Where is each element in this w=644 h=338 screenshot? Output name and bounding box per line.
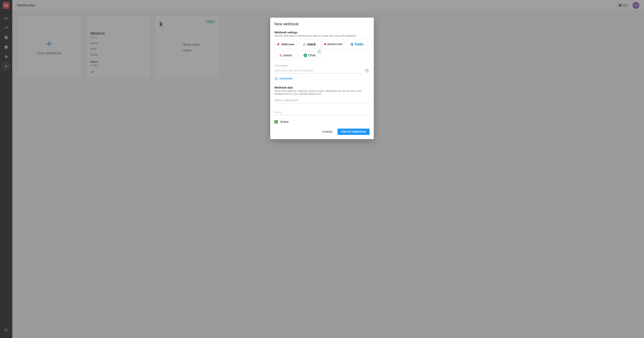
trello-icon (350, 43, 354, 46)
svg-rect-4 (304, 45, 305, 45)
svg-point-5 (324, 43, 326, 45)
settings-subtitle: Specify what type of webhook you want to… (274, 34, 370, 37)
webhook-icon (277, 42, 280, 46)
endpoint-label: API Endpoint (274, 64, 362, 67)
type-trello[interactable]: Trello (346, 39, 368, 49)
datasource-select[interactable]: Select a datasource (274, 97, 370, 103)
new-webhook-modal: New webhook Webhook settings Specify wha… (270, 18, 374, 139)
endpoint-input[interactable] (274, 68, 362, 73)
data-title: Webhook data (274, 86, 370, 89)
type-json[interactable]: JSON hook (274, 39, 297, 49)
svg-rect-6 (351, 43, 353, 45)
add-endpoint-label: ENDPOINT (280, 77, 293, 80)
type-label: asana (283, 54, 292, 57)
svg-rect-7 (351, 43, 352, 45)
cancel-button[interactable]: CANCEL (319, 129, 336, 135)
svg-text:@: @ (304, 54, 306, 56)
type-rocketchat[interactable]: ROCKET.CHAT (322, 39, 344, 49)
svg-point-11 (281, 55, 282, 56)
webhook-type-grid: JSON hook slack ROCKET.CHAT (274, 39, 370, 60)
slack-icon (303, 42, 306, 46)
data-subtitle: Setup what data the webhook should conta… (274, 89, 370, 95)
type-asana[interactable]: asana (274, 50, 297, 60)
type-label: Chat (308, 53, 316, 57)
type-slack[interactable]: slack (298, 39, 320, 49)
name-input[interactable] (274, 110, 370, 115)
type-label: Trello (354, 42, 364, 46)
type-label: slack (307, 42, 316, 46)
add-endpoint-button[interactable]: ENDPOINT (274, 77, 370, 80)
active-checkbox[interactable] (274, 120, 278, 124)
rocketchat-icon (324, 43, 326, 46)
add-circle-icon (274, 77, 278, 80)
active-label: Active (280, 120, 289, 124)
svg-rect-8 (352, 43, 352, 44)
check-icon (275, 121, 277, 123)
settings-title: Webhook settings (274, 31, 370, 34)
type-label: ROCKET.CHAT (327, 43, 343, 45)
svg-point-10 (280, 55, 281, 56)
datasource-placeholder: Select a datasource (274, 99, 298, 102)
type-label: JSON hook (281, 43, 294, 46)
chevron-down-icon (367, 99, 370, 101)
modal-title: New webhook (274, 22, 370, 26)
svg-rect-2 (304, 43, 306, 44)
remove-endpoint-button[interactable] (364, 68, 370, 73)
type-chat[interactable]: @ Chat (298, 50, 320, 60)
chat-icon: @ (303, 53, 308, 57)
create-webhook-button[interactable]: CREATE WEBHOOK (338, 129, 370, 135)
remove-circle-icon (365, 69, 369, 73)
svg-point-9 (280, 54, 281, 55)
modal-overlay[interactable]: New webhook Webhook settings Specify wha… (0, 0, 644, 338)
asana-icon (279, 54, 282, 57)
svg-rect-3 (305, 44, 306, 46)
